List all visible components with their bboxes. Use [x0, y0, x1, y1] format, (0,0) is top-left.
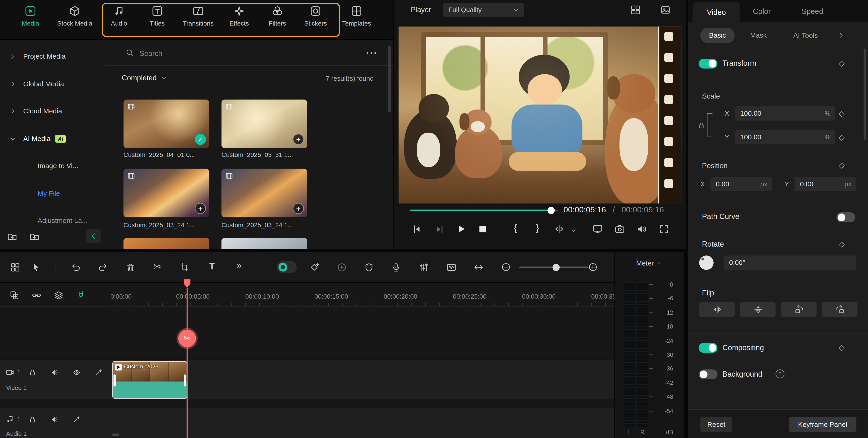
video-clip[interactable]: Custom_2025 [112, 361, 187, 399]
lock-track-button[interactable] [27, 367, 37, 377]
tab-speed[interactable]: Speed [802, 7, 823, 15]
tab-templates[interactable]: Templates [338, 5, 375, 27]
mark-in-button[interactable]: { [509, 222, 522, 235]
sidebar-item-ai-media[interactable]: AI Media AI [0, 131, 105, 147]
playback-slider-knob[interactable] [548, 207, 555, 214]
grid-view-button[interactable] [8, 261, 22, 274]
zoom-in-button[interactable] [586, 261, 599, 274]
sidebar-item-my-file[interactable]: My File [0, 185, 105, 202]
auto-ripple-toggle[interactable] [277, 261, 297, 273]
previous-frame-button[interactable] [410, 223, 423, 236]
sidebar-item-global-media[interactable]: Global Media [0, 76, 105, 92]
tab-media[interactable]: Media [16, 5, 45, 27]
audio-track[interactable]: 1 Audio 1 [0, 407, 614, 438]
scale-x-input[interactable] [735, 109, 825, 117]
tab-transitions[interactable]: Transitions [177, 5, 219, 27]
scale-x-keyframe-icon[interactable]: ◇ [839, 109, 845, 118]
clip-left-handle[interactable] [114, 374, 116, 386]
quality-dropdown[interactable]: Full Quality [443, 3, 524, 17]
add-keyframe-button[interactable] [307, 261, 320, 274]
scale-y-input[interactable] [735, 133, 825, 141]
help-icon[interactable]: ? [776, 369, 784, 378]
position-keyframe-icon[interactable]: ◇ [839, 160, 845, 169]
flip-horizontal-button[interactable] [699, 302, 735, 317]
rotate-field[interactable] [723, 256, 856, 270]
position-x-input[interactable] [710, 180, 760, 188]
tab-titles[interactable]: Titles [142, 5, 173, 27]
sidebar-item-cloud-media[interactable]: Cloud Media [0, 103, 105, 120]
meter-header[interactable]: Meter [615, 259, 684, 267]
link-clips-button[interactable] [30, 289, 43, 302]
add-to-timeline-button[interactable]: + [195, 203, 206, 214]
split-button[interactable]: ✂ [151, 260, 164, 273]
tab-filters[interactable]: Filters [262, 5, 293, 27]
split-playhead-button[interactable]: ✂ [178, 330, 196, 347]
search-input[interactable] [140, 46, 350, 60]
add-folder-button[interactable] [5, 230, 19, 243]
position-y-input[interactable] [795, 180, 844, 188]
lock-track-button[interactable] [27, 413, 37, 425]
playhead[interactable] [183, 279, 191, 438]
trim-button[interactable] [552, 223, 566, 236]
track-options-button[interactable] [71, 413, 82, 425]
position-x-field[interactable]: px [710, 177, 772, 192]
render-preview-button[interactable] [335, 261, 348, 274]
tab-audio[interactable]: Audio [105, 5, 133, 27]
timeline-scrollbar[interactable] [112, 434, 119, 436]
media-item-thumbnail[interactable] [221, 238, 307, 249]
zoom-out-button[interactable] [499, 261, 513, 274]
transform-keyframe-icon[interactable]: ◇ [839, 59, 845, 68]
playback-slider[interactable] [410, 210, 558, 211]
image-view-button[interactable] [659, 3, 672, 16]
rotate-knob[interactable] [699, 256, 714, 270]
mute-track-button[interactable] [49, 413, 60, 425]
manage-tracks-button[interactable] [8, 289, 21, 302]
panel-layout-button[interactable] [629, 3, 642, 16]
redo-button[interactable] [96, 261, 109, 274]
media-item-thumbnail[interactable]: + [221, 169, 307, 217]
delete-button[interactable] [124, 261, 137, 274]
undo-button[interactable] [69, 261, 83, 274]
snap-toggle[interactable] [74, 289, 88, 302]
display-device-button[interactable] [591, 223, 604, 236]
sidebar-item-project-media[interactable]: Project Media [0, 48, 105, 65]
fullscreen-button[interactable] [657, 223, 671, 236]
rotate-right-button[interactable] [822, 302, 858, 317]
properties-scrollbar[interactable] [864, 48, 866, 140]
timeline-zoom-slider[interactable] [519, 266, 588, 268]
position-y-field[interactable]: px [795, 177, 857, 192]
track-options-button[interactable] [93, 367, 104, 377]
sidebar-item-image-to-video[interactable]: Image to Vi... [0, 158, 105, 174]
add-to-timeline-button[interactable]: + [293, 134, 304, 145]
mute-track-button[interactable] [49, 367, 60, 377]
media-scrollbar[interactable] [388, 46, 391, 112]
import-media-button[interactable] [28, 230, 41, 243]
mark-out-button[interactable]: } [531, 222, 544, 235]
subtab-basic[interactable]: Basic [701, 28, 735, 43]
add-to-timeline-button[interactable]: + [293, 203, 304, 214]
text-tool-button[interactable]: T [205, 260, 219, 273]
snapshot-button[interactable] [613, 223, 626, 236]
select-tool-button[interactable] [29, 261, 42, 274]
media-item-thumbnail[interactable]: ✓ [124, 99, 209, 148]
tab-stickers[interactable]: Stickers [299, 5, 332, 27]
tab-effects[interactable]: Effects [223, 5, 256, 27]
video-preview[interactable] [399, 27, 681, 203]
keyframe-panel-button[interactable]: Keyframe Panel [789, 417, 856, 432]
flip-vertical-button[interactable] [740, 302, 776, 317]
filter-dropdown[interactable]: Completed [122, 73, 167, 82]
marker-button[interactable] [362, 261, 375, 274]
media-item-thumbnail[interactable]: + [221, 99, 307, 148]
tab-stock-media[interactable]: Stock Media [51, 5, 98, 27]
collapse-sidebar-button[interactable] [86, 229, 101, 243]
scale-x-field[interactable]: % [735, 106, 835, 121]
compositing-toggle[interactable] [699, 343, 717, 353]
voiceover-button[interactable] [389, 261, 402, 274]
subtabs-expand-button[interactable] [834, 29, 847, 42]
play-button[interactable] [455, 223, 468, 236]
video-track[interactable]: 1 Video 1 Custom_2025 [0, 360, 614, 399]
trim-dropdown-caret[interactable] [569, 224, 578, 237]
stop-button[interactable] [476, 223, 489, 236]
audio-sync-button[interactable] [445, 261, 458, 274]
zoom-slider-knob[interactable] [552, 264, 560, 271]
